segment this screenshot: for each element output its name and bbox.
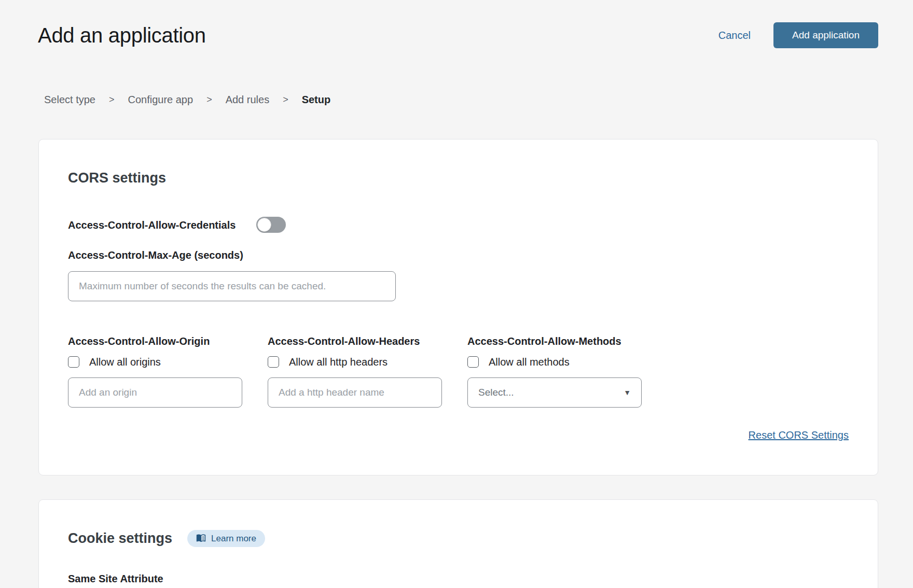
breadcrumb-step-select-type[interactable]: Select type: [44, 92, 95, 107]
cors-columns: Access-Control-Allow-Origin Allow all or…: [68, 334, 849, 408]
allow-origin-label: Access-Control-Allow-Origin: [68, 334, 242, 348]
allow-all-methods-checkbox[interactable]: [467, 356, 479, 368]
cors-settings-heading: CORS settings: [68, 169, 849, 187]
breadcrumb-step-configure-app[interactable]: Configure app: [128, 92, 193, 107]
breadcrumb: Select type > Configure app > Add rules …: [44, 92, 913, 107]
allow-all-origins-checkbox[interactable]: [68, 356, 79, 368]
page-header: Add an application Cancel Add applicatio…: [0, 0, 913, 48]
allow-all-origins-row: Allow all origins: [68, 356, 242, 368]
allow-all-headers-row: Allow all http headers: [268, 356, 442, 368]
toggle-knob: [257, 218, 271, 232]
breadcrumb-separator-icon: >: [206, 92, 212, 107]
allow-all-headers-checkbox[interactable]: [268, 356, 279, 368]
reset-cors-settings-link[interactable]: Reset CORS Settings: [749, 429, 849, 441]
cors-settings-card: CORS settings Access-Control-Allow-Crede…: [38, 139, 878, 475]
max-age-input[interactable]: [68, 271, 396, 301]
breadcrumb-step-add-rules[interactable]: Add rules: [226, 92, 270, 107]
methods-select-value: Select...: [478, 387, 514, 398]
add-origin-input[interactable]: [68, 377, 242, 408]
allow-all-methods-checkbox-label: Allow all methods: [489, 356, 570, 368]
max-age-label: Access-Control-Max-Age (seconds): [68, 249, 849, 261]
allow-methods-column: Access-Control-Allow-Methods Allow all m…: [467, 334, 642, 408]
same-site-attribute-label: Same Site Attribute: [68, 572, 849, 585]
allow-credentials-row: Access-Control-Allow-Credentials: [68, 217, 849, 233]
add-header-name-input[interactable]: [268, 377, 442, 408]
cancel-button[interactable]: Cancel: [718, 30, 751, 41]
page-title: Add an application: [38, 22, 206, 48]
chevron-down-icon: ▼: [624, 389, 631, 396]
breadcrumb-step-setup-current: Setup: [302, 92, 331, 107]
cookie-settings-heading: Cookie settings: [68, 529, 172, 548]
reset-row: Reset CORS Settings: [68, 429, 849, 442]
allow-credentials-label: Access-Control-Allow-Credentials: [68, 219, 236, 231]
learn-more-label: Learn more: [211, 534, 256, 543]
header-actions: Cancel Add application: [718, 22, 878, 48]
allow-headers-column: Access-Control-Allow-Headers Allow all h…: [268, 334, 442, 408]
allow-all-methods-row: Allow all methods: [467, 356, 642, 368]
methods-select[interactable]: Select... ▼: [467, 377, 642, 408]
allow-headers-label: Access-Control-Allow-Headers: [268, 334, 442, 348]
cookie-heading-row: Cookie settings Learn more: [68, 529, 849, 548]
cookie-settings-card: Cookie settings Learn more Same Site Att…: [38, 499, 878, 588]
allow-all-headers-checkbox-label: Allow all http headers: [289, 356, 388, 368]
book-icon: [196, 534, 206, 543]
allow-credentials-toggle[interactable]: [256, 217, 286, 233]
add-application-page: Add an application Cancel Add applicatio…: [0, 0, 913, 588]
allow-methods-label: Access-Control-Allow-Methods: [467, 334, 642, 348]
allow-origin-column: Access-Control-Allow-Origin Allow all or…: [68, 334, 242, 408]
learn-more-badge[interactable]: Learn more: [187, 530, 265, 547]
add-application-button[interactable]: Add application: [773, 22, 878, 48]
allow-all-origins-checkbox-label: Allow all origins: [89, 356, 161, 368]
breadcrumb-separator-icon: >: [283, 92, 288, 107]
breadcrumb-separator-icon: >: [109, 92, 115, 107]
